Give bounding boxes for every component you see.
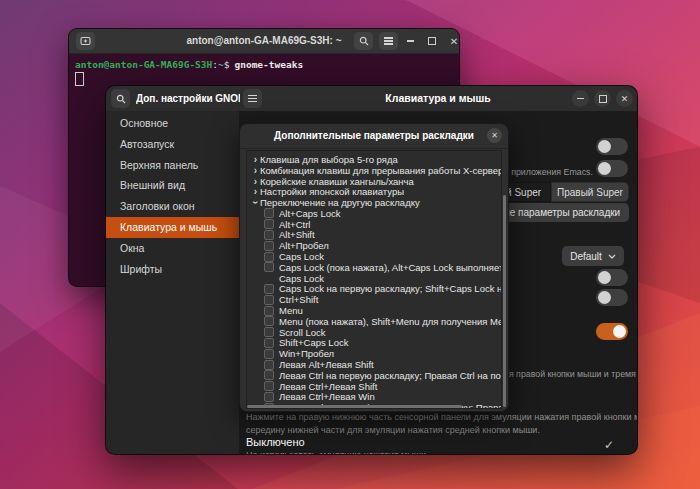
area-subtitle-line2: середину нижней части для эмуляции нажат…: [246, 425, 540, 435]
option-checkbox[interactable]: [264, 219, 274, 229]
option-label: Alt+Shift: [279, 229, 315, 240]
option-label: Левая Alt+Левая Shift: [279, 359, 374, 370]
prompt-user-host: anton@anton-GA-MA69G-S3H: [75, 59, 212, 70]
chevron-right-icon[interactable]: ›: [251, 176, 260, 187]
chevron-right-icon[interactable]: ›: [251, 154, 260, 165]
option-checkbox[interactable]: [264, 252, 274, 262]
layout-option-row[interactable]: Shift+Caps Lock: [251, 338, 501, 349]
emacs-input-toggle[interactable]: [596, 160, 628, 177]
option-checkbox[interactable]: [264, 327, 274, 337]
option-label: Alt+Пробел: [279, 240, 329, 251]
layout-option-row[interactable]: Menu (пока нажата), Shift+Menu для получ…: [251, 316, 501, 327]
selected-check-icon: ✓: [604, 438, 614, 452]
layout-option-row[interactable]: Caps Lock на первую раскладку; Shift+Cap…: [251, 284, 501, 295]
terminal-titlebar[interactable]: anton@anton-GA-MA69G-S3H: ~ ✕: [69, 29, 459, 54]
terminal-minimize-button[interactable]: [403, 29, 417, 53]
layout-option-row[interactable]: Левая Ctrl на первую раскладку; Правая C…: [251, 370, 501, 381]
sidebar-item[interactable]: Заголовки окон: [106, 196, 239, 217]
layout-option-row[interactable]: Alt+Ctrl: [251, 219, 501, 230]
tweaks-close-button[interactable]: ✕: [616, 90, 633, 107]
layout-option-row[interactable]: Alt+Пробел: [251, 240, 501, 251]
option-checkbox[interactable]: [264, 241, 274, 251]
layout-option-row[interactable]: Alt+Caps Lock: [251, 208, 501, 219]
option-label: Левая Ctrl+Левая Win: [279, 391, 375, 402]
sidebar-item[interactable]: Верхняя панель: [106, 155, 239, 176]
option-label: Переключение на другую раскладку: [260, 197, 420, 208]
terminal-search-button[interactable]: [354, 32, 373, 50]
tweaks-minimize-button[interactable]: [572, 90, 589, 107]
search-icon: [116, 94, 126, 104]
option-checkbox[interactable]: [264, 316, 274, 326]
typed-command: gnome-tweaks: [234, 59, 303, 70]
option-checkbox[interactable]: [264, 370, 274, 380]
layout-option-row[interactable]: Ctrl+Shift: [251, 294, 501, 305]
dialog-header[interactable]: Дополнительные параметры раскладки ✕: [240, 124, 508, 149]
option-checkbox[interactable]: [264, 306, 274, 316]
toggle-knob: [598, 162, 611, 175]
layout-option-row[interactable]: Левая Ctrl+Левая Win: [251, 392, 501, 403]
layout-option-row[interactable]: Win+Пробел: [251, 348, 501, 359]
tree-group-row[interactable]: ›Переключение на другую раскладку: [251, 197, 501, 208]
disabled-option-title: Выключено: [246, 436, 305, 448]
tree-group-row[interactable]: ›Клавиша для выбора 5-го ряда: [251, 154, 501, 165]
tree-group-row[interactable]: ›Настройки японской клавиатуры: [251, 186, 501, 197]
layout-option-row[interactable]: Scroll Lock: [251, 327, 501, 338]
tweaks-maximize-button[interactable]: [594, 90, 611, 107]
option-checkbox[interactable]: [264, 262, 274, 272]
area-subtitle-line1: Нажмите на правую нижнюю часть сенсорной…: [246, 412, 638, 422]
chevron-right-icon[interactable]: ›: [251, 186, 260, 197]
option-checkbox[interactable]: [264, 208, 274, 218]
tree-group-row[interactable]: ›Комбинация клавиш для прерывания работы…: [251, 165, 501, 176]
tweaks-menu-button[interactable]: [243, 89, 262, 108]
option-checkbox[interactable]: [264, 381, 274, 391]
toggle-knob: [613, 325, 626, 338]
layout-option-row[interactable]: Левая Ctrl+Левая Shift: [251, 381, 501, 392]
gnome-tweaks-window: Доп. настройки GNOME Клавиатура и мышь ✕…: [105, 85, 638, 455]
input-sources-toggle[interactable]: [596, 138, 628, 155]
chevron-right-icon[interactable]: ›: [251, 165, 260, 176]
sidebar-item[interactable]: Внешний вид: [106, 175, 239, 196]
dialog-horizontal-scrollbar[interactable]: [247, 405, 462, 408]
touchpad-option-toggle[interactable]: [596, 323, 628, 340]
layout-option-row[interactable]: Menu: [251, 305, 501, 316]
option-checkbox[interactable]: [264, 230, 274, 240]
sidebar-item[interactable]: Основное: [106, 113, 239, 134]
option-checkbox[interactable]: [264, 349, 274, 359]
option-checkbox[interactable]: [264, 284, 274, 294]
overview-key-right-super-button[interactable]: Правый Super: [551, 182, 629, 202]
middle-click-paste-toggle[interactable]: [596, 269, 628, 286]
layout-option-row[interactable]: Левая Alt+Левая Shift: [251, 359, 501, 370]
terminal-close-button[interactable]: ✕: [447, 29, 460, 53]
layout-option-row[interactable]: Caps Lock (пока нажата), Alt+Caps Lock в…: [251, 262, 501, 273]
fingers-subtitle-fragment: ия правой кнопки мыши и тремя: [504, 369, 636, 379]
dialog-vertical-scrollbar[interactable]: [503, 195, 506, 407]
disabled-option-subtitle: Не использовать эмуляцию нажатия мыши: [246, 450, 426, 455]
layout-option-row[interactable]: Alt+Shift: [251, 230, 501, 241]
acceleration-profile-dropdown[interactable]: Default: [562, 246, 624, 266]
chevron-down-icon[interactable]: ›: [250, 198, 261, 207]
terminal-menu-button[interactable]: [379, 32, 398, 50]
option-checkbox[interactable]: [264, 295, 274, 305]
option-label: Caps Lock (пока нажата), Alt+Caps Lock в…: [279, 262, 502, 273]
sidebar-item[interactable]: Автозапуск: [106, 134, 239, 155]
option-checkbox[interactable]: [264, 392, 274, 402]
tree-group-row[interactable]: ›Корейские клавиши хангыль/ханча: [251, 176, 501, 187]
option-label: Комбинация клавиш для прерывания работы …: [260, 165, 502, 176]
tweaks-headerbar[interactable]: Доп. настройки GNOME Клавиатура и мышь ✕: [106, 86, 637, 112]
mouse-option-toggle[interactable]: [596, 289, 628, 306]
search-icon: [359, 36, 369, 46]
terminal-maximize-button[interactable]: [425, 29, 439, 53]
option-label: Caps Lock на первую раскладку; Shift+Cap…: [279, 283, 502, 294]
terminal-prompt-line: anton@anton-GA-MA69G-S3H:~$gnome-tweaks: [75, 59, 453, 71]
toggle-knob: [598, 271, 611, 284]
sidebar-item[interactable]: Шрифты: [106, 259, 239, 280]
option-checkbox[interactable]: [264, 360, 274, 370]
dialog-close-button[interactable]: ✕: [487, 128, 502, 143]
tweaks-search-button[interactable]: [111, 89, 130, 108]
layout-option-row[interactable]: Caps Lock: [251, 251, 501, 262]
option-label: Alt+Ctrl: [279, 219, 310, 230]
sidebar-item-selected[interactable]: Клавиатура и мышь: [106, 217, 239, 238]
option-checkbox[interactable]: [264, 338, 274, 348]
sidebar-item[interactable]: Окна: [106, 238, 239, 259]
option-label: Левая Ctrl на первую раскладку; Правая C…: [279, 370, 502, 381]
